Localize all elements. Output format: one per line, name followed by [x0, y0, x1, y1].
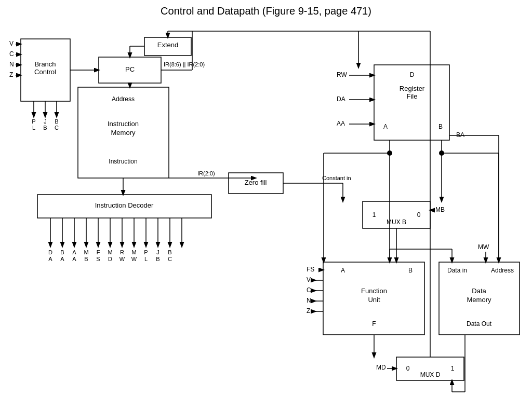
bc-l: L	[32, 125, 35, 131]
z-label: Z	[9, 71, 13, 78]
im-addr-label: Address	[112, 95, 135, 103]
out-pl2: L	[144, 256, 148, 262]
dm-label1: Data	[472, 287, 486, 295]
da-label: DA	[337, 95, 345, 103]
muxd-0-label: 0	[406, 365, 410, 372]
fu-n-out: N	[307, 297, 311, 304]
zf-label: Zero fill	[245, 179, 267, 186]
fu-f-label: F	[372, 320, 376, 327]
out-aa1: A	[72, 249, 76, 255]
rf-d-label: D	[410, 71, 415, 78]
fu-c-out: C	[307, 286, 311, 294]
out-bc2: C	[168, 256, 172, 262]
rw-label: RW	[337, 71, 347, 78]
out-jb2: B	[156, 256, 159, 262]
ir-label: IR(8:6) || IR(2:0)	[164, 61, 205, 67]
muxb-1-label: 1	[373, 211, 376, 219]
v-label: V	[9, 40, 14, 47]
out-mw1: M	[131, 249, 136, 255]
mw-label: MW	[478, 243, 489, 251]
fu-z-out: Z	[307, 307, 310, 315]
n-label: N	[9, 61, 14, 68]
bc-b: B	[43, 125, 47, 131]
fs-label: FS	[307, 266, 314, 273]
out-pl1: P	[144, 249, 148, 255]
fu-a-label: A	[341, 267, 345, 274]
out-mw2: W	[131, 256, 137, 262]
muxd-label: MUX D	[420, 371, 441, 378]
branch-control-label2: Control	[34, 68, 56, 76]
pc-label: PC	[125, 65, 135, 73]
bc-j: J	[44, 118, 47, 125]
out-rw2: W	[119, 256, 125, 262]
extend-label: Extend	[157, 41, 178, 49]
out-bc1: B	[168, 249, 171, 255]
bc-p: P	[32, 118, 35, 125]
out-mb2: B	[84, 256, 88, 262]
muxd-1-label: 1	[451, 365, 455, 372]
out-rw1: R	[120, 249, 124, 255]
c-label: C	[9, 50, 14, 58]
rf-label2: File	[407, 92, 418, 100]
ba-label: BA	[456, 131, 464, 139]
rf-label1: Register	[400, 85, 425, 92]
out-md1: M	[108, 249, 112, 255]
fu-label2: Unit	[368, 296, 380, 304]
im-instr-label: Instruction	[109, 158, 137, 165]
dm-addr-label: Address	[491, 267, 514, 274]
mb-label: MB	[435, 206, 445, 213]
ir20-label: IR(2:0)	[197, 170, 215, 176]
diagram-container: Control and Datapath (Figure 9-15, page …	[0, 0, 532, 396]
fu-b-label: B	[408, 267, 413, 274]
fu-label1: Function	[361, 287, 387, 295]
out-da1: D	[48, 249, 52, 255]
out-ba2: A	[60, 256, 64, 262]
out-aa2: A	[72, 256, 76, 262]
out-md2: D	[108, 256, 112, 262]
im-label2: Memory	[111, 129, 136, 136]
dm-label2: Memory	[467, 296, 491, 304]
const-in-label: Constant in	[322, 175, 351, 181]
out-jb1: J	[156, 249, 159, 255]
out-fs1: F	[97, 249, 100, 255]
out-ba1: B	[60, 249, 64, 255]
md-label: MD	[376, 364, 386, 371]
bc-bc: B	[55, 118, 58, 125]
out-da2: A	[48, 256, 52, 262]
muxb-0-label: 0	[417, 211, 421, 219]
im-label1: Instruction	[108, 120, 139, 128]
rf-a-label: A	[383, 123, 388, 130]
rf-b-label: B	[438, 123, 443, 130]
dm-datain-label: Data in	[447, 267, 467, 274]
bc-c: C	[55, 125, 59, 131]
id-label: Instruction Decoder	[95, 201, 154, 209]
out-fs2: S	[96, 256, 100, 262]
dm-out-label: Data Out	[467, 320, 492, 327]
out-mb1: M	[84, 249, 88, 255]
fu-v-out: V	[307, 276, 311, 283]
branch-control-label: Branch	[34, 60, 56, 68]
aa-label: AA	[337, 120, 345, 127]
